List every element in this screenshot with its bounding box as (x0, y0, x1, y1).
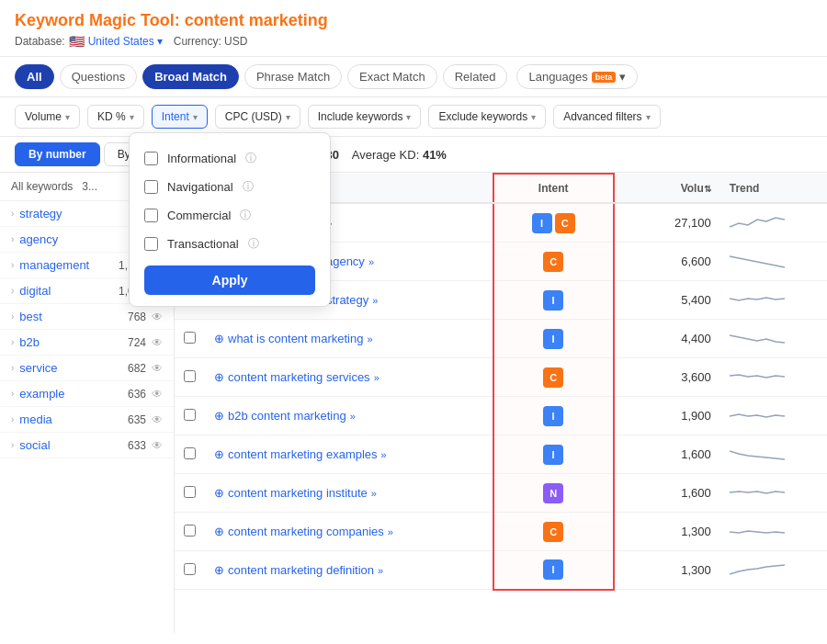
row-checkbox[interactable] (184, 409, 196, 421)
intent-cell: I C (493, 203, 614, 243)
arrows-icon: » (388, 526, 393, 537)
tab-broad-match[interactable]: Broad Match (142, 64, 239, 89)
volume-cell: 5,400 (614, 281, 720, 320)
keyword-link[interactable]: ⊕ content marketing examples » (214, 447, 483, 461)
row-checkbox-cell[interactable] (175, 513, 205, 551)
eye-icon[interactable]: 👁 (152, 362, 163, 375)
row-checkbox[interactable] (184, 486, 196, 498)
eye-icon[interactable]: 👁 (152, 413, 163, 426)
chevron-down-icon: ▾ (286, 112, 290, 122)
keyword-link[interactable]: ⊕ content marketing definition » (214, 563, 483, 577)
exclude-keywords-filter[interactable]: Exclude keywords ▾ (428, 105, 546, 129)
navigational-checkbox[interactable] (144, 180, 158, 194)
arrows-icon: » (350, 411, 356, 422)
row-checkbox-cell[interactable] (175, 397, 205, 435)
keyword-link[interactable]: ⊕ what is content marketing » (214, 332, 483, 345)
tab-all[interactable]: All (15, 64, 54, 89)
row-checkbox-cell[interactable] (175, 435, 205, 474)
tab-phrase-match[interactable]: Phrase Match (244, 64, 342, 89)
trend-cell (720, 435, 827, 474)
eye-icon[interactable]: 👁 (152, 336, 163, 349)
keyword-cell: ⊕ what is content marketing » (205, 320, 493, 358)
intent-cell: N (493, 474, 614, 513)
info-icon[interactable]: ⓘ (245, 151, 256, 166)
row-checkbox-cell[interactable] (175, 320, 205, 358)
tab-exact-match[interactable]: Exact Match (347, 64, 437, 89)
languages-button[interactable]: Languages beta ▾ (516, 64, 638, 89)
chevron-right-icon: › (11, 286, 14, 296)
tab-related[interactable]: Related (443, 64, 508, 89)
intent-navigational-item[interactable]: Navigational ⓘ (130, 173, 330, 201)
informational-label: Informational (167, 152, 236, 165)
intent-filter[interactable]: Intent ▾ (152, 105, 208, 129)
row-checkbox[interactable] (184, 447, 196, 459)
tab-questions[interactable]: Questions (60, 64, 138, 89)
plus-circle-icon: ⊕ (214, 370, 224, 384)
advanced-filters-button[interactable]: Advanced filters ▾ (553, 105, 660, 129)
keyword-link[interactable]: ⊕ content marketing services » (214, 370, 483, 384)
sidebar-item-best[interactable]: › best 768 👁 (0, 304, 174, 330)
sidebar-item-media[interactable]: › media 635 👁 (0, 407, 174, 433)
trend-cell (720, 474, 827, 513)
keyword-link[interactable]: ⊕ b2b content marketing » (214, 409, 483, 423)
keyword-cell: ⊕ content marketing institute » (205, 474, 493, 513)
intent-cell: C (493, 358, 614, 397)
sidebar-item-service[interactable]: › service 682 👁 (0, 356, 174, 381)
trend-cell (720, 513, 827, 551)
volume-cell: 6,600 (614, 243, 720, 281)
volume-cell: 1,300 (614, 513, 720, 551)
row-checkbox[interactable] (184, 563, 196, 575)
keyword-link[interactable]: ⊕ content marketing institute » (214, 486, 483, 500)
intent-commercial-item[interactable]: Commercial ⓘ (130, 201, 330, 230)
eye-icon[interactable]: 👁 (152, 439, 163, 452)
info-icon[interactable]: ⓘ (240, 208, 251, 223)
commercial-checkbox[interactable] (144, 209, 158, 222)
sidebar-item-example[interactable]: › example 636 👁 (0, 381, 174, 407)
cpc-filter[interactable]: CPC (USD) ▾ (215, 105, 300, 129)
info-icon[interactable]: ⓘ (248, 236, 259, 252)
chevron-down-icon: ▾ (619, 70, 626, 84)
volume-cell: 1,900 (614, 397, 720, 435)
informational-checkbox[interactable] (144, 152, 158, 165)
intent-transactional-item[interactable]: Transactional ⓘ (130, 230, 330, 258)
avg-kd-label: Average KD: (352, 148, 419, 162)
volume-cell: 1,600 (614, 474, 720, 513)
by-number-button[interactable]: By number (15, 142, 100, 166)
row-checkbox[interactable] (184, 332, 196, 344)
intent-badge-C: C (555, 213, 575, 233)
sidebar-item-social[interactable]: › social 633 👁 (0, 433, 174, 458)
intent-cell: C (493, 513, 614, 551)
row-checkbox[interactable] (184, 370, 196, 382)
eye-icon[interactable]: 👁 (152, 311, 163, 323)
keyword-link[interactable]: ⊕ content marketing companies » (214, 525, 483, 538)
trend-cell (720, 320, 827, 358)
transactional-checkbox[interactable] (144, 237, 158, 251)
sidebar-item-b2b[interactable]: › b2b 724 👁 (0, 330, 174, 356)
flag-icon: 🇺🇸 (69, 34, 85, 49)
col-volume[interactable]: Volu⇅ (614, 174, 720, 203)
apply-button[interactable]: Apply (144, 266, 315, 295)
eye-icon[interactable]: 👁 (152, 388, 163, 401)
country-link[interactable]: United States ▾ (88, 35, 163, 48)
intent-informational-item[interactable]: Informational ⓘ (130, 144, 330, 173)
volume-filter[interactable]: Volume ▾ (15, 105, 80, 129)
intent-badge-I: I (543, 559, 563, 580)
arrows-icon: » (374, 372, 380, 383)
row-checkbox-cell[interactable] (175, 551, 205, 590)
intent-badge-I: I (543, 290, 563, 311)
row-checkbox-cell[interactable] (175, 358, 205, 397)
intent-cell: I (493, 281, 614, 320)
plus-circle-icon: ⊕ (214, 447, 224, 461)
kd-filter[interactable]: KD % ▾ (87, 105, 144, 129)
include-keywords-filter[interactable]: Include keywords ▾ (308, 105, 422, 129)
trend-cell (720, 281, 827, 320)
volume-cell: 3,600 (614, 358, 720, 397)
info-icon[interactable]: ⓘ (243, 179, 254, 195)
row-checkbox-cell[interactable] (175, 474, 205, 513)
arrows-icon: » (367, 333, 372, 345)
chevron-down-icon: ▾ (646, 112, 651, 122)
table-row: ⊕ content marketing examples » I 1,600 (175, 435, 827, 474)
chevron-right-icon: › (11, 311, 14, 322)
transactional-label: Transactional (167, 237, 239, 251)
row-checkbox[interactable] (184, 525, 196, 537)
